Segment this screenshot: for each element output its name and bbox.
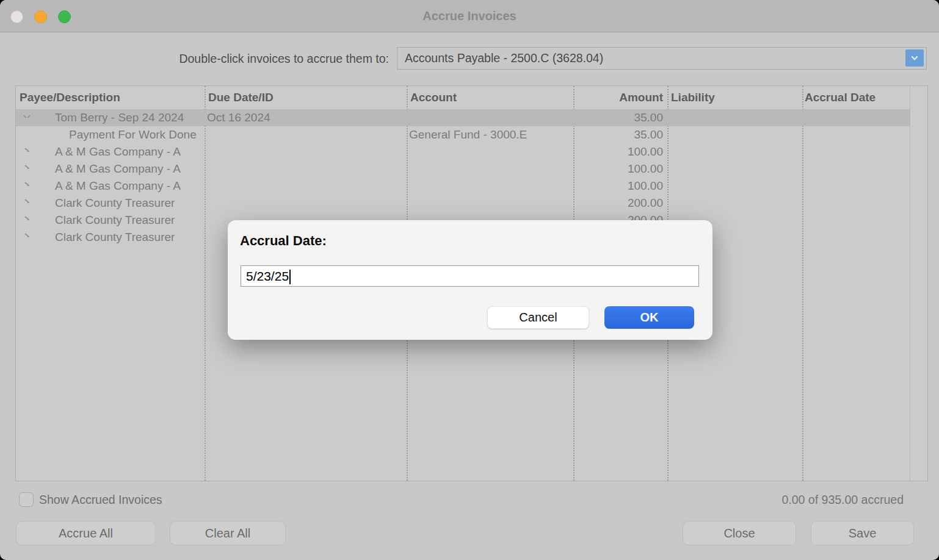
accrue-to-label: Double-click invoices to accrue them to:	[0, 52, 389, 66]
dialog-title: Accrual Date:	[240, 233, 327, 249]
text-caret	[289, 270, 291, 284]
table-row[interactable]: Payment For Work DoneGeneral Fund - 3000…	[16, 126, 927, 143]
column-header-liability[interactable]: Liability	[671, 86, 715, 109]
payee-description-cell: A & M Gas Company - A	[55, 160, 205, 178]
chevron-right-icon[interactable]	[23, 178, 31, 186]
accrual-date-dialog: Accrual Date: 5/23/25 Cancel OK	[228, 220, 712, 340]
chevron-right-icon[interactable]	[23, 212, 31, 220]
accrual-date-value: 5/23/25	[246, 269, 289, 283]
payee-description-cell: A & M Gas Company - A	[55, 143, 205, 160]
window-title: Accrue Invoices	[0, 0, 939, 32]
chevron-right-icon[interactable]	[23, 195, 31, 203]
show-accrued-label: Show Accrued Invoices	[39, 492, 162, 507]
column-header-due-date[interactable]: Due Date/ID	[208, 86, 274, 109]
table-row[interactable]: Tom Berry - Sep 24 2024Oct 16 202435.00	[16, 109, 927, 126]
column-header-accrual-date[interactable]: Accrual Date	[805, 86, 876, 109]
chevron-down-icon	[910, 53, 919, 63]
payee-description-cell: Tom Berry - Sep 24 2024	[55, 109, 205, 126]
amount-cell: 35.00	[578, 109, 663, 126]
payee-description-cell: Clark County Treasurer	[55, 229, 205, 246]
payee-description-cell: Clark County Treasurer	[55, 212, 205, 229]
titlebar: Accrue Invoices	[0, 0, 939, 32]
table-row[interactable]: A & M Gas Company - A100.00	[16, 143, 927, 160]
show-accrued-checkbox[interactable]	[19, 492, 34, 507]
close-button-footer[interactable]: Close	[683, 521, 796, 545]
due-date-cell: Oct 16 2024	[207, 109, 402, 126]
chevron-down-icon[interactable]	[23, 109, 31, 118]
amount-cell: 100.00	[578, 178, 663, 195]
ok-button[interactable]: OK	[604, 306, 694, 329]
table-header: Payee/Description Due Date/ID Account Am…	[16, 86, 927, 109]
amount-cell: 35.00	[578, 126, 663, 143]
table-row[interactable]: A & M Gas Company - A100.00	[16, 178, 927, 195]
accrue-invoices-window: Accrue Invoices Double-click invoices to…	[0, 0, 939, 560]
accrued-status: 0.00 of 935.00 accrued	[782, 492, 904, 507]
clear-all-button[interactable]: Clear All	[170, 521, 286, 545]
table-row[interactable]: Clark County Treasurer200.00	[16, 195, 927, 212]
account-dropdown-value: Accounts Payable - 2500.C (3628.04)	[405, 48, 603, 68]
accrue-all-button[interactable]: Accrue All	[16, 521, 156, 545]
chevron-right-icon[interactable]	[23, 160, 31, 169]
chevron-right-icon[interactable]	[23, 143, 31, 152]
chevron-right-icon[interactable]	[23, 229, 31, 237]
payee-description-cell: A & M Gas Company - A	[55, 178, 205, 195]
dropdown-button[interactable]	[905, 49, 924, 66]
payee-description-cell: Clark County Treasurer	[55, 195, 205, 212]
accrual-date-input[interactable]: 5/23/25	[241, 265, 699, 287]
table-row[interactable]: A & M Gas Company - A100.00	[16, 160, 927, 178]
column-header-payee[interactable]: Payee/Description	[20, 86, 120, 109]
cancel-button[interactable]: Cancel	[487, 306, 589, 329]
column-header-amount[interactable]: Amount	[578, 86, 663, 109]
payee-description-cell: Payment For Work Done	[69, 126, 205, 143]
amount-cell: 100.00	[578, 160, 663, 178]
amount-cell: 100.00	[578, 143, 663, 160]
amount-cell: 200.00	[578, 195, 663, 212]
column-header-account[interactable]: Account	[410, 86, 457, 109]
account-dropdown[interactable]: Accounts Payable - 2500.C (3628.04)	[397, 47, 927, 70]
account-cell: General Fund - 3000.E	[409, 126, 569, 143]
save-button[interactable]: Save	[811, 521, 914, 545]
